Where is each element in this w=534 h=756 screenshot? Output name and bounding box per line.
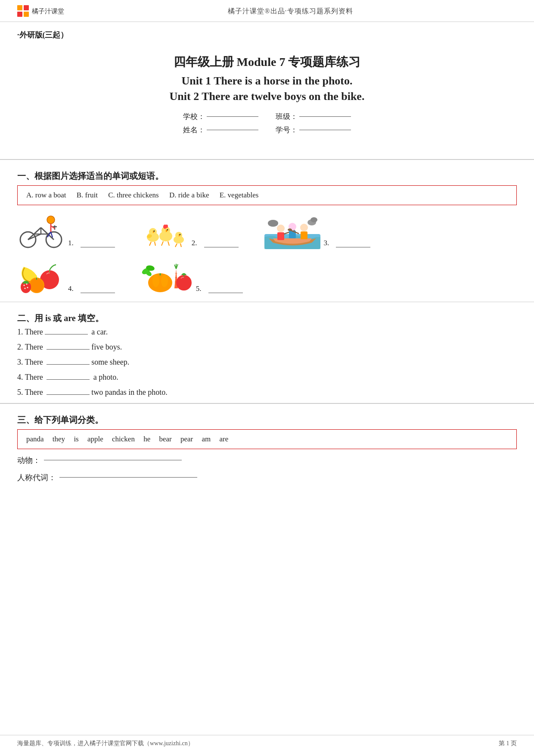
svg-point-45 xyxy=(288,228,292,231)
header-center-text: 橘子汁课堂®出品·专项练习题系列资料 xyxy=(64,7,517,16)
number-field: 学号： xyxy=(276,125,351,135)
img-row-1: 1. xyxy=(17,210,517,249)
img-item-3: 3. xyxy=(264,210,371,249)
word-panda: panda xyxy=(26,435,44,443)
svg-point-60 xyxy=(152,275,159,287)
word-chicken: chicken xyxy=(112,435,135,443)
svg-point-46 xyxy=(268,220,278,227)
school-field: 学校： xyxy=(183,112,258,122)
svg-point-17 xyxy=(153,230,155,231)
veg-illustration xyxy=(141,256,192,295)
divider-2 xyxy=(0,302,534,303)
svg-point-61 xyxy=(161,275,168,287)
fill-item-1: 1. There a car. xyxy=(17,328,517,337)
option-e: E. vegetables xyxy=(220,191,259,199)
form-row-2: 姓名： 学号： xyxy=(183,125,351,135)
blank-1 xyxy=(45,334,88,334)
img-num-4: 4. xyxy=(68,284,74,295)
logo-text: 橘子汁课堂 xyxy=(32,7,64,16)
class-section: panda they is apple chicken he bear pear… xyxy=(0,429,534,483)
fill-section: 1. There a car. 2. There five boys. 3. T… xyxy=(0,328,534,397)
bike-illustration xyxy=(17,210,65,249)
blank-4 xyxy=(47,379,90,380)
answer-3 xyxy=(336,247,370,247)
svg-point-58 xyxy=(27,287,28,288)
blank-3 xyxy=(47,364,90,365)
word-am: am xyxy=(202,435,211,443)
word-apple: apple xyxy=(87,435,103,443)
word-pear: pear xyxy=(180,435,193,443)
boat-illustration xyxy=(264,210,320,249)
answer-2 xyxy=(204,247,239,247)
svg-rect-43 xyxy=(301,231,307,239)
svg-point-55 xyxy=(24,284,25,286)
svg-point-48 xyxy=(310,217,317,222)
animal-item: 动物： xyxy=(17,455,517,465)
svg-line-20 xyxy=(155,242,155,246)
divider-1 xyxy=(0,159,534,160)
name-line xyxy=(207,130,258,130)
answer-5 xyxy=(208,293,243,293)
svg-point-36 xyxy=(277,225,285,232)
title-en2: Unit 2 There are twelve boys on the bike… xyxy=(17,90,517,103)
school-line xyxy=(207,116,258,117)
classification-box: panda they is apple chicken he bear pear… xyxy=(17,429,517,449)
svg-point-9 xyxy=(47,216,55,224)
option-c: C. three chickens xyxy=(108,191,159,199)
svg-point-24 xyxy=(167,229,168,230)
name-field: 姓名： xyxy=(183,125,258,135)
svg-point-59 xyxy=(148,273,172,292)
svg-line-34 xyxy=(180,244,181,247)
word-he: he xyxy=(143,435,150,443)
title-cn: 四年级上册 Module 7 专项题库练习 xyxy=(17,54,517,70)
animal-answer-line xyxy=(44,460,182,460)
fill-item-2: 2. There five boys. xyxy=(17,343,517,352)
option-d: D. ride a bike xyxy=(169,191,209,199)
logo-sq-2 xyxy=(24,5,29,10)
svg-point-42 xyxy=(300,224,308,231)
img-item-1: 1. xyxy=(17,210,115,249)
img-item-2: 2. xyxy=(141,210,239,249)
word-bear: bear xyxy=(159,435,171,443)
fruit-illustration xyxy=(17,256,65,295)
svg-line-28 xyxy=(168,241,169,246)
pronoun-item: 人称代词： xyxy=(17,472,517,483)
img-item-4: 4. xyxy=(17,256,115,295)
svg-point-26 xyxy=(165,225,168,228)
class-line xyxy=(299,116,351,117)
img-row-2: 4. xyxy=(17,256,517,295)
number-line xyxy=(299,130,351,130)
pronoun-answer-line xyxy=(59,477,197,478)
logo-sq-1 xyxy=(17,5,22,10)
title-en1: Unit 1 There is a horse in the photo. xyxy=(17,75,517,87)
svg-point-52 xyxy=(30,278,43,292)
img-num-3: 3. xyxy=(324,239,329,249)
svg-point-56 xyxy=(26,283,28,284)
footer: 海量题库、专项训练，进入橘子汁课堂官网下载（www.juzizhi.cn） 第 … xyxy=(0,735,534,747)
blank-2 xyxy=(47,349,90,350)
img-num-5: 5. xyxy=(196,284,202,295)
img-num-1: 1. xyxy=(68,239,74,249)
pronoun-label: 人称代词： xyxy=(17,472,56,483)
answer-4 xyxy=(81,293,115,293)
svg-line-33 xyxy=(175,244,177,247)
logo-sq-3 xyxy=(17,12,22,17)
answer-1 xyxy=(81,247,115,247)
section2-header: 二、用 is 或 are 填空。 xyxy=(0,306,534,328)
chickens-illustration xyxy=(141,210,188,249)
word-are: are xyxy=(220,435,229,443)
options-box: A. row a boat B. fruit C. three chickens… xyxy=(17,185,517,205)
fill-item-5: 5. There two pandas in the photo. xyxy=(17,388,517,397)
fill-item-4: 4. There a photo. xyxy=(17,373,517,382)
title-block: 四年级上册 Module 7 专项题库练习 Unit 1 There is a … xyxy=(0,44,534,155)
word-they: they xyxy=(53,435,65,443)
images-section: 1. xyxy=(0,210,534,295)
edition-label: ·外研版(三起） xyxy=(0,22,534,44)
word-is: is xyxy=(74,435,78,443)
svg-line-19 xyxy=(149,242,151,246)
section3-header: 三、给下列单词分类。 xyxy=(0,408,534,429)
svg-point-32 xyxy=(179,234,180,235)
img-num-2: 2. xyxy=(192,239,197,249)
section1-header: 一、根据图片选择适当的单词或短语。 xyxy=(0,164,534,185)
logo-icon xyxy=(17,5,29,17)
